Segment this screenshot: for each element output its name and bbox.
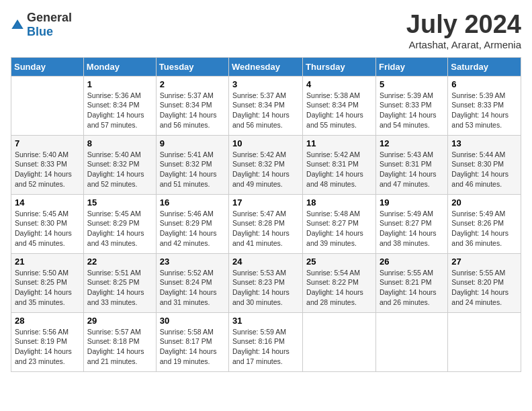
day-detail: Sunrise: 5:51 AM Sunset: 8:25 PM Dayligh…	[87, 268, 152, 308]
day-number: 9	[160, 138, 225, 148]
day-number: 26	[380, 257, 444, 267]
calendar-cell: 18Sunrise: 5:48 AM Sunset: 8:27 PM Dayli…	[303, 194, 376, 253]
day-number: 28	[15, 316, 80, 326]
day-detail: Sunrise: 5:39 AM Sunset: 8:33 PM Dayligh…	[380, 91, 444, 130]
day-number: 16	[160, 197, 225, 208]
day-detail: Sunrise: 5:40 AM Sunset: 8:32 PM Dayligh…	[87, 150, 152, 189]
day-detail: Sunrise: 5:53 AM Sunset: 8:23 PM Dayligh…	[232, 268, 299, 308]
day-detail: Sunrise: 5:43 AM Sunset: 8:31 PM Dayligh…	[380, 150, 444, 189]
day-number: 1	[87, 79, 152, 89]
header: General Blue July 2024 Artashat, Ararat,…	[11, 11, 521, 50]
calendar-cell: 1Sunrise: 5:36 AM Sunset: 8:34 PM Daylig…	[83, 76, 156, 135]
calendar-week-row: 7Sunrise: 5:40 AM Sunset: 8:33 PM Daylig…	[11, 135, 521, 194]
day-number: 15	[87, 197, 152, 208]
day-number: 27	[451, 257, 517, 267]
day-detail: Sunrise: 5:42 AM Sunset: 8:32 PM Dayligh…	[232, 150, 299, 189]
calendar-table: SundayMondayTuesdayWednesdayThursdayFrid…	[11, 57, 521, 372]
day-detail: Sunrise: 5:44 AM Sunset: 8:30 PM Dayligh…	[451, 150, 517, 189]
day-number: 12	[380, 138, 444, 148]
logo-general: General	[27, 11, 72, 24]
day-detail: Sunrise: 5:54 AM Sunset: 8:22 PM Dayligh…	[306, 268, 372, 308]
calendar-cell: 3Sunrise: 5:37 AM Sunset: 8:34 PM Daylig…	[229, 76, 303, 135]
calendar-cell	[11, 76, 84, 135]
day-number: 30	[160, 316, 225, 326]
day-number: 11	[306, 138, 372, 148]
day-number: 19	[380, 197, 444, 208]
calendar-week-row: 1Sunrise: 5:36 AM Sunset: 8:34 PM Daylig…	[11, 76, 521, 135]
day-number: 29	[87, 316, 152, 326]
day-number: 23	[160, 257, 225, 267]
day-number: 17	[232, 197, 299, 208]
calendar-cell: 5Sunrise: 5:39 AM Sunset: 8:33 PM Daylig…	[375, 76, 447, 135]
logo-icon	[11, 18, 24, 32]
calendar-week-row: 21Sunrise: 5:50 AM Sunset: 8:25 PM Dayli…	[11, 253, 521, 312]
calendar-cell: 15Sunrise: 5:45 AM Sunset: 8:29 PM Dayli…	[83, 194, 156, 253]
weekday-header-row: SundayMondayTuesdayWednesdayThursdayFrid…	[11, 57, 521, 76]
calendar-cell: 11Sunrise: 5:42 AM Sunset: 8:31 PM Dayli…	[303, 135, 376, 194]
calendar-cell: 9Sunrise: 5:41 AM Sunset: 8:32 PM Daylig…	[156, 135, 228, 194]
calendar-cell: 16Sunrise: 5:46 AM Sunset: 8:29 PM Dayli…	[156, 194, 228, 253]
day-detail: Sunrise: 5:41 AM Sunset: 8:32 PM Dayligh…	[160, 150, 225, 189]
day-detail: Sunrise: 5:57 AM Sunset: 8:18 PM Dayligh…	[87, 327, 152, 367]
calendar-cell: 24Sunrise: 5:53 AM Sunset: 8:23 PM Dayli…	[229, 253, 303, 312]
day-number: 14	[15, 197, 80, 208]
day-detail: Sunrise: 5:58 AM Sunset: 8:17 PM Dayligh…	[160, 327, 225, 367]
day-number: 13	[451, 138, 517, 148]
day-detail: Sunrise: 5:36 AM Sunset: 8:34 PM Dayligh…	[87, 91, 152, 130]
weekday-header: Friday	[375, 57, 447, 76]
day-detail: Sunrise: 5:42 AM Sunset: 8:31 PM Dayligh…	[306, 150, 372, 189]
weekday-header: Saturday	[448, 57, 521, 76]
day-detail: Sunrise: 5:50 AM Sunset: 8:25 PM Dayligh…	[15, 268, 80, 308]
calendar-cell: 6Sunrise: 5:39 AM Sunset: 8:33 PM Daylig…	[448, 76, 521, 135]
day-detail: Sunrise: 5:49 AM Sunset: 8:26 PM Dayligh…	[451, 209, 517, 248]
day-number: 4	[306, 79, 372, 89]
calendar-cell: 29Sunrise: 5:57 AM Sunset: 8:18 PM Dayli…	[83, 312, 156, 371]
day-detail: Sunrise: 5:49 AM Sunset: 8:27 PM Dayligh…	[380, 209, 444, 248]
weekday-header: Wednesday	[229, 57, 303, 76]
day-number: 5	[380, 79, 444, 89]
day-detail: Sunrise: 5:39 AM Sunset: 8:33 PM Dayligh…	[451, 91, 517, 130]
day-number: 6	[451, 79, 517, 89]
day-number: 31	[232, 316, 299, 326]
day-detail: Sunrise: 5:47 AM Sunset: 8:28 PM Dayligh…	[232, 209, 299, 248]
calendar-cell: 21Sunrise: 5:50 AM Sunset: 8:25 PM Dayli…	[11, 253, 84, 312]
calendar-cell: 8Sunrise: 5:40 AM Sunset: 8:32 PM Daylig…	[83, 135, 156, 194]
day-detail: Sunrise: 5:45 AM Sunset: 8:29 PM Dayligh…	[87, 209, 152, 248]
day-number: 10	[232, 138, 299, 148]
day-detail: Sunrise: 5:46 AM Sunset: 8:29 PM Dayligh…	[160, 209, 225, 248]
day-detail: Sunrise: 5:55 AM Sunset: 8:21 PM Dayligh…	[380, 268, 444, 308]
calendar-cell: 26Sunrise: 5:55 AM Sunset: 8:21 PM Dayli…	[375, 253, 447, 312]
calendar-cell: 7Sunrise: 5:40 AM Sunset: 8:33 PM Daylig…	[11, 135, 84, 194]
day-number: 20	[451, 197, 517, 208]
calendar-cell: 19Sunrise: 5:49 AM Sunset: 8:27 PM Dayli…	[375, 194, 447, 253]
calendar-cell: 4Sunrise: 5:38 AM Sunset: 8:34 PM Daylig…	[303, 76, 376, 135]
calendar-cell: 13Sunrise: 5:44 AM Sunset: 8:30 PM Dayli…	[448, 135, 521, 194]
weekday-header: Sunday	[11, 57, 84, 76]
day-number: 21	[15, 257, 80, 267]
calendar-cell: 28Sunrise: 5:56 AM Sunset: 8:19 PM Dayli…	[11, 312, 84, 371]
day-detail: Sunrise: 5:40 AM Sunset: 8:33 PM Dayligh…	[15, 150, 80, 189]
day-detail: Sunrise: 5:55 AM Sunset: 8:20 PM Dayligh…	[451, 268, 517, 308]
day-detail: Sunrise: 5:37 AM Sunset: 8:34 PM Dayligh…	[160, 91, 225, 130]
weekday-header: Thursday	[303, 57, 376, 76]
calendar-cell: 17Sunrise: 5:47 AM Sunset: 8:28 PM Dayli…	[229, 194, 303, 253]
calendar-cell: 25Sunrise: 5:54 AM Sunset: 8:22 PM Dayli…	[303, 253, 376, 312]
weekday-header: Monday	[83, 57, 156, 76]
calendar-week-row: 28Sunrise: 5:56 AM Sunset: 8:19 PM Dayli…	[11, 312, 521, 371]
day-number: 2	[160, 79, 225, 89]
day-number: 7	[15, 138, 80, 148]
day-detail: Sunrise: 5:38 AM Sunset: 8:34 PM Dayligh…	[306, 91, 372, 130]
logo-blue: Blue	[27, 25, 53, 38]
day-number: 24	[232, 257, 299, 267]
calendar-cell: 20Sunrise: 5:49 AM Sunset: 8:26 PM Dayli…	[448, 194, 521, 253]
location-title: Artashat, Ararat, Armenia	[406, 39, 521, 50]
day-detail: Sunrise: 5:45 AM Sunset: 8:30 PM Dayligh…	[15, 209, 80, 248]
calendar-cell: 2Sunrise: 5:37 AM Sunset: 8:34 PM Daylig…	[156, 76, 228, 135]
calendar-week-row: 14Sunrise: 5:45 AM Sunset: 8:30 PM Dayli…	[11, 194, 521, 253]
day-detail: Sunrise: 5:37 AM Sunset: 8:34 PM Dayligh…	[232, 91, 299, 130]
logo: General Blue	[11, 11, 72, 39]
day-number: 3	[232, 79, 299, 89]
calendar-cell: 22Sunrise: 5:51 AM Sunset: 8:25 PM Dayli…	[83, 253, 156, 312]
calendar-cell	[448, 312, 521, 371]
calendar-cell: 23Sunrise: 5:52 AM Sunset: 8:24 PM Dayli…	[156, 253, 228, 312]
